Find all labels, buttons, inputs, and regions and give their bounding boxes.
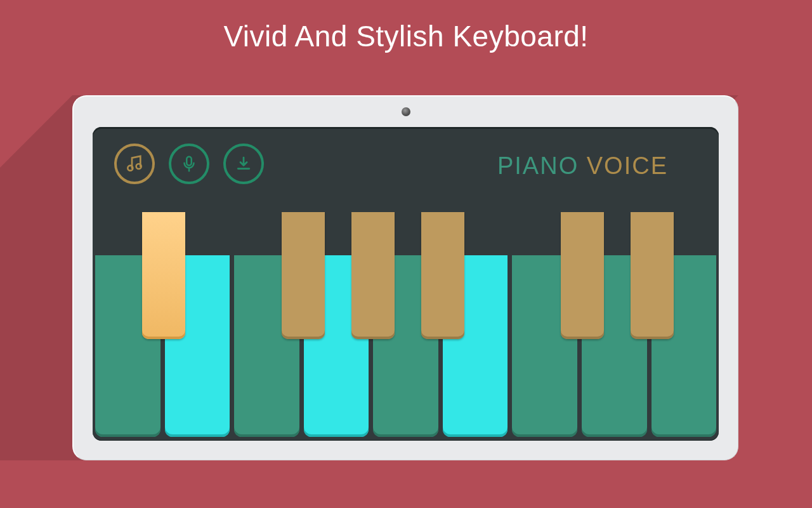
black-key-2[interactable] (282, 212, 325, 339)
app-title: PIANO VOICE (497, 152, 668, 180)
download-icon (234, 154, 253, 173)
tablet-camera (402, 107, 410, 116)
app-title-word1: PIANO (497, 152, 579, 179)
svg-point-1 (136, 164, 141, 169)
black-key-6[interactable] (631, 212, 674, 339)
toolbar (114, 144, 264, 184)
black-key-5[interactable] (561, 212, 604, 339)
music-button[interactable] (114, 144, 155, 184)
svg-point-0 (128, 166, 133, 171)
record-button[interactable] (169, 144, 209, 184)
app-title-word2: VOICE (587, 152, 668, 179)
black-key-4[interactable] (421, 212, 464, 339)
page-headline: Vivid And Stylish Keyboard! (0, 19, 812, 53)
black-key-3[interactable] (351, 212, 395, 339)
piano-keyboard (93, 212, 719, 441)
tablet-frame: PIANO VOICE (72, 95, 738, 460)
app-screen: PIANO VOICE (93, 127, 719, 441)
white-keys-row (95, 255, 716, 437)
svg-rect-2 (187, 157, 192, 166)
download-button[interactable] (223, 144, 264, 184)
black-key-1[interactable] (142, 212, 185, 339)
music-note-icon (124, 154, 145, 174)
microphone-icon (180, 154, 199, 173)
